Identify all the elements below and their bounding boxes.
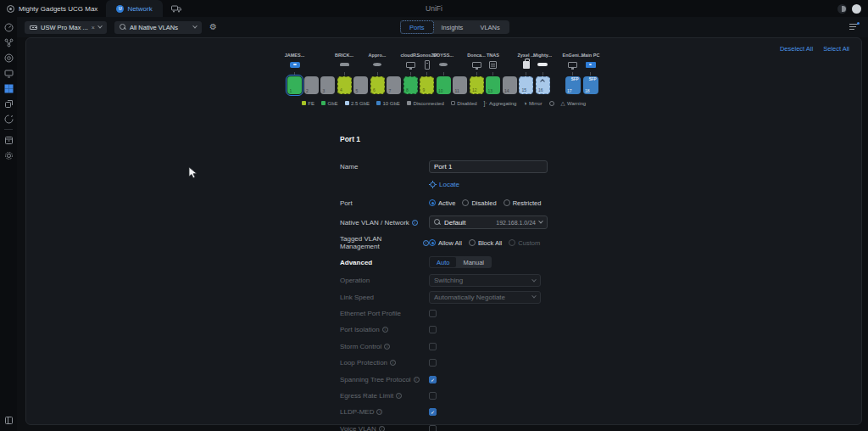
port-number: 9: [423, 88, 426, 92]
voice-vlan-checkbox[interactable]: [429, 425, 437, 431]
port-column-5: 5: [353, 48, 368, 94]
sidebar-item-clients[interactable]: [0, 65, 17, 81]
loop-protection-checkbox[interactable]: [429, 359, 437, 367]
port-settings-gear-icon[interactable]: ⚙: [209, 23, 217, 31]
radio-tagged-custom[interactable]: Custom: [509, 239, 540, 247]
port-name-input[interactable]: [429, 160, 548, 173]
sidebar-collapse-button[interactable]: [0, 412, 17, 428]
port-isolation-checkbox[interactable]: [429, 326, 437, 333]
sidebar-item-topology[interactable]: [0, 35, 17, 50]
tab-ports[interactable]: Ports: [401, 21, 433, 33]
spanning-tree-protocol-checkbox[interactable]: ✓: [429, 376, 437, 383]
uplink-chevron-icon: [540, 79, 545, 84]
device-label: Mighty...: [533, 52, 552, 59]
port-square-1[interactable]: 1: [287, 76, 302, 94]
clients-icon: [4, 69, 14, 78]
ethernet-port-profile-control: [429, 310, 548, 317]
port-column-3: 3: [320, 48, 335, 94]
port-square-9[interactable]: 9: [420, 76, 434, 94]
sidebar-item-networks[interactable]: [0, 96, 17, 111]
native-vlan-subnet: 192.168.1.0/24: [496, 220, 536, 226]
sfp-tag-label: SFP: [589, 78, 597, 82]
port-square-6[interactable]: 6: [370, 76, 385, 94]
sidebar-item-port-manager[interactable]: [0, 81, 17, 96]
list-options-button[interactable]: [849, 24, 858, 31]
vlan-filter[interactable]: All Native VLANs: [114, 21, 202, 34]
theme-toggle-button[interactable]: [837, 4, 847, 14]
info-icon[interactable]: i: [412, 220, 418, 226]
port-link-tick: [542, 72, 543, 76]
port-square-2[interactable]: 2: [304, 76, 319, 94]
site-switcher[interactable]: Mighty Gadgets UCG Max: [0, 0, 106, 17]
sidebar-item-security[interactable]: [0, 111, 17, 126]
port-number: 16: [538, 88, 543, 92]
radio-port-restricted[interactable]: Restricted: [504, 199, 542, 207]
tab-insights[interactable]: Insights: [433, 21, 472, 33]
info-icon[interactable]: i: [423, 240, 429, 246]
user-avatar[interactable]: [852, 4, 861, 14]
device-selector[interactable]: USW Pro Max ... ×: [25, 21, 107, 34]
port-square-11[interactable]: 11: [453, 76, 467, 94]
radio-port-active[interactable]: Active: [429, 199, 455, 207]
port-column-11: 11: [453, 48, 467, 94]
device-indicator: BRICK...: [337, 48, 352, 76]
port-square-17[interactable]: SFP17: [565, 76, 581, 94]
locate-button[interactable]: Locate: [429, 181, 459, 188]
port-square-5[interactable]: 5: [353, 76, 368, 94]
port-square-4[interactable]: 4: [337, 76, 352, 94]
info-icon[interactable]: i: [414, 377, 420, 383]
port-square-14[interactable]: 14: [503, 76, 517, 94]
deselect-all-link[interactable]: Deselect All: [780, 45, 813, 53]
port-visualization: JAMES...123BRICK...45Appro...67cloudR...…: [287, 48, 598, 94]
port-number: 8: [406, 88, 409, 92]
storm-control-checkbox[interactable]: [429, 343, 437, 350]
tab-network[interactable]: U Network: [106, 0, 162, 17]
lldp-med-checkbox[interactable]: ✓: [429, 408, 437, 416]
advanced-mode-toggle: AutoManual: [429, 256, 492, 268]
appliance-device-icon: [523, 59, 530, 70]
operation-select[interactable]: Switching: [429, 274, 541, 287]
device-indicator: SonosZP: [420, 48, 434, 76]
info-icon[interactable]: i: [390, 360, 396, 366]
info-icon[interactable]: i: [396, 393, 402, 399]
ethernet-port-profile-checkbox[interactable]: [429, 310, 437, 317]
port-square-16[interactable]: 16: [536, 76, 550, 94]
info-icon[interactable]: i: [379, 426, 385, 431]
sidebar-item-dashboard[interactable]: [0, 20, 17, 35]
sidebar-item-settings[interactable]: [0, 148, 17, 163]
advanced-manual-segment[interactable]: Manual: [456, 257, 491, 267]
radio-tagged-block-all[interactable]: Block All: [469, 239, 502, 247]
port-square-7[interactable]: 7: [387, 76, 401, 94]
ethernet-port-profile-label: Ethernet Port Profile: [340, 310, 429, 317]
radio-port-disabled[interactable]: Disabled: [462, 199, 496, 207]
link-speed-select[interactable]: Automatically Negotiate: [429, 291, 541, 304]
top-app-bar: Mighty Gadgets UCG Max U Network UniFi: [0, 0, 868, 17]
advanced-auto-segment[interactable]: Auto: [430, 257, 456, 267]
tab-drive[interactable]: [163, 0, 190, 17]
sidebar-item-devices[interactable]: [0, 50, 17, 65]
dashboard-icon: [4, 23, 14, 32]
port-square-15[interactable]: 15: [519, 76, 533, 94]
port-square-8[interactable]: 8: [403, 76, 418, 94]
egress-rate-limit-checkbox[interactable]: [429, 392, 437, 400]
port-square-3[interactable]: 3: [320, 76, 335, 94]
port-square-13[interactable]: 13: [486, 76, 500, 94]
native-vlan-combo[interactable]: Default 192.168.1.0/24: [429, 216, 548, 229]
port-number: 1: [290, 89, 292, 93]
port-square-18[interactable]: SFP18: [583, 76, 598, 94]
operation-control: Switching: [429, 274, 548, 287]
info-icon[interactable]: i: [382, 327, 388, 333]
device-indicator: [387, 48, 401, 76]
port-link-tick: [572, 72, 573, 76]
info-icon[interactable]: i: [384, 344, 390, 350]
port-link-tick: [426, 72, 427, 76]
port-square-10[interactable]: 10: [437, 76, 451, 94]
port-square-12[interactable]: 12: [470, 76, 484, 94]
sidebar-item-system[interactable]: [0, 132, 17, 148]
radio-tagged-allow-all[interactable]: Allow All: [429, 239, 462, 247]
pill-device-icon: [537, 59, 548, 70]
info-icon[interactable]: i: [376, 409, 382, 415]
select-all-link[interactable]: Select All: [823, 45, 849, 53]
clear-selection-icon[interactable]: ×: [92, 25, 95, 31]
tab-vlans[interactable]: VLANs: [471, 21, 508, 33]
